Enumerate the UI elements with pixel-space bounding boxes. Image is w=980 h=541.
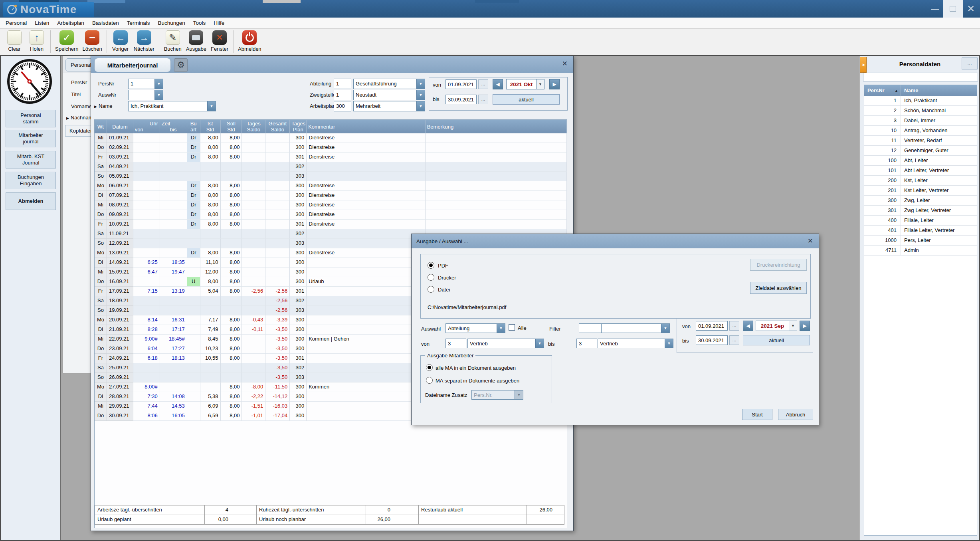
toolbar-fenster-button[interactable]: Fenster bbox=[208, 30, 231, 52]
filter-value-field[interactable] bbox=[602, 324, 661, 333]
personnel-row[interactable]: 12Genehmiger, Guter bbox=[864, 146, 977, 156]
chevron-down-icon[interactable]: ▼ bbox=[154, 79, 163, 89]
dialog-close-icon[interactable]: ✕ bbox=[808, 238, 813, 244]
menu-item-tools[interactable]: Tools bbox=[189, 20, 210, 26]
filter-select[interactable]: ▼ bbox=[579, 323, 670, 333]
von-browse-button[interactable]: ... bbox=[478, 79, 488, 89]
von-nr-field[interactable]: 3 bbox=[445, 339, 466, 348]
journal-row[interactable]: Mi01.09.21Dr8,008,00300Dienstreise bbox=[95, 133, 567, 143]
sidebar-item-abmelden[interactable]: Abmelden bbox=[6, 192, 56, 210]
journal-row[interactable]: Di07.09.21Dr8,008,00300Dienstreise bbox=[95, 191, 567, 200]
maximize-button[interactable] bbox=[943, 0, 963, 18]
radio-drucker[interactable] bbox=[428, 274, 434, 281]
chevron-down-icon[interactable]: ▼ bbox=[154, 90, 163, 100]
aktuell-button[interactable]: aktuell bbox=[743, 335, 810, 345]
arbeitsplan-nr-field[interactable]: 300 bbox=[334, 101, 351, 111]
personnel-row[interactable]: 100Abt, Leiter bbox=[864, 156, 977, 166]
personnel-row[interactable]: 4711Admin bbox=[864, 246, 977, 256]
personnel-row[interactable]: 300Zwg, Leiter bbox=[864, 196, 977, 206]
chevron-down-icon[interactable]: ▼ bbox=[535, 339, 544, 348]
personnel-search-input[interactable] bbox=[863, 73, 978, 81]
aktuell-button[interactable]: aktuell bbox=[493, 94, 560, 105]
next-month-icon[interactable]: ▶ bbox=[549, 79, 560, 89]
radio-ma-separat[interactable] bbox=[426, 377, 433, 384]
prev-month-icon[interactable]: ◀ bbox=[493, 79, 503, 89]
zweigstelle-select[interactable]: Neustadt▼ bbox=[353, 90, 425, 100]
radio-pdf[interactable] bbox=[428, 262, 434, 269]
journal-row[interactable]: Fr03.09.21Dr8,008,00301Dienstreise bbox=[95, 153, 567, 162]
auswnr-select[interactable]: ▼ bbox=[128, 90, 163, 100]
sidebar-item-buchungen-eingaben[interactable]: Buchungen Eingaben bbox=[6, 172, 56, 189]
month-select[interactable]: 2021 Sep▼ bbox=[756, 321, 797, 331]
radio-datei[interactable] bbox=[428, 286, 434, 293]
close-icon[interactable]: ✕ bbox=[964, 3, 977, 15]
toolbar-nächster-button[interactable]: Nächster bbox=[132, 30, 156, 52]
personnel-row[interactable]: 3Dabei, Immer bbox=[864, 116, 977, 126]
sidebar-item-personal-stamm[interactable]: Personal stamm bbox=[6, 110, 56, 127]
toolbar-voriger-button[interactable]: Voriger bbox=[109, 30, 132, 52]
personnel-row[interactable]: 201Kst Leiter, Vertreter bbox=[864, 186, 977, 196]
tab-mitarbeiterjournal[interactable]: Mitarbeiterjournal bbox=[94, 58, 171, 72]
month-select[interactable]: 2021 Okt▼ bbox=[506, 79, 544, 89]
menu-item-arbeitsplan[interactable]: Arbeitsplan bbox=[53, 20, 88, 26]
bis-nr-field[interactable]: 3 bbox=[576, 339, 597, 348]
column-header-persnr[interactable]: PersNr▲ bbox=[864, 85, 901, 96]
panel-more-button[interactable]: ... bbox=[962, 57, 978, 69]
menu-item-hilfe[interactable]: Hilfe bbox=[210, 20, 228, 26]
menu-item-personal[interactable]: Personal bbox=[2, 20, 31, 26]
von-browse-button[interactable]: ... bbox=[729, 321, 739, 331]
chevron-down-icon[interactable]: ▼ bbox=[789, 321, 797, 331]
zieldatei-auswaehlen-button[interactable]: Zieldatei auswählen bbox=[750, 282, 807, 294]
column-header-name[interactable]: Name bbox=[901, 85, 977, 96]
chevron-down-icon[interactable]: ▼ bbox=[536, 79, 544, 89]
chevron-down-icon[interactable]: ▼ bbox=[661, 324, 669, 333]
toolbar-speichern-button[interactable]: Speichern bbox=[53, 30, 81, 52]
toolbar-abmelden-button[interactable]: Abmelden bbox=[236, 30, 263, 52]
menu-item-buchungen[interactable]: Buchungen bbox=[154, 20, 189, 26]
chevron-down-icon[interactable]: ▼ bbox=[416, 90, 425, 100]
chevron-down-icon[interactable]: ▼ bbox=[416, 101, 425, 111]
toolbar-ausgabe-button[interactable]: Ausgabe bbox=[184, 30, 208, 52]
abteilung-select[interactable]: Geschäftsführung▼ bbox=[353, 79, 425, 89]
personnel-row[interactable]: 2Schön, Manchmal bbox=[864, 106, 977, 116]
personnel-row[interactable]: 1Ich, Praktikant bbox=[864, 96, 977, 106]
gear-icon[interactable]: ⚙ bbox=[174, 58, 188, 72]
toolbar-buchen-button[interactable]: Buchen bbox=[162, 30, 184, 52]
journal-row[interactable]: Mi08.09.21Dr8,008,00300Dienstreise bbox=[95, 200, 567, 210]
prev-month-icon[interactable]: ◀ bbox=[743, 321, 753, 331]
personnel-row[interactable]: 301Zwg Leiter, Vertreter bbox=[864, 206, 977, 216]
bis-browse-button[interactable]: ... bbox=[729, 335, 739, 345]
sidebar-item-mitarbeiter-journal[interactable]: Mitarbeiter journal bbox=[6, 130, 56, 147]
alle-checkbox[interactable] bbox=[509, 324, 515, 331]
filter-code-field[interactable] bbox=[579, 324, 602, 333]
personnel-row[interactable]: 11Vertreter, Bedarf bbox=[864, 136, 977, 146]
chevron-down-icon[interactable]: ▼ bbox=[207, 101, 216, 111]
name-select[interactable]: Ich, Praktikant▼ bbox=[128, 101, 216, 111]
bis-select[interactable]: Vertrieb▼ bbox=[598, 339, 673, 348]
zweigstelle-nr-field[interactable]: 1 bbox=[334, 90, 351, 100]
chevron-down-icon[interactable]: ▼ bbox=[497, 324, 505, 333]
toolbar-holen-button[interactable]: Holen bbox=[26, 30, 48, 52]
von-date-field[interactable]: 01.09.2021 bbox=[445, 79, 477, 89]
chevron-down-icon[interactable]: ▼ bbox=[665, 339, 673, 348]
abbruch-button[interactable]: Abbruch bbox=[778, 409, 813, 420]
personnel-row[interactable]: 200Kst, Leiter bbox=[864, 176, 977, 186]
journal-row[interactable]: Do02.09.21Dr8,008,00300Dienstreise bbox=[95, 143, 567, 153]
von-select[interactable]: Vertrieb▼ bbox=[467, 339, 544, 348]
personnel-row[interactable]: 101Abt Leiter, Vertreter bbox=[864, 166, 977, 176]
personnel-row[interactable]: 1000Pers, Leiter bbox=[864, 236, 977, 246]
next-month-icon[interactable]: ▶ bbox=[800, 321, 810, 331]
menu-item-terminals[interactable]: Terminals bbox=[123, 20, 154, 26]
personnel-row[interactable]: 10Antrag, Vorhanden bbox=[864, 126, 977, 136]
menu-item-basisdaten[interactable]: Basisdaten bbox=[88, 20, 123, 26]
persnr-select[interactable]: 1▼ bbox=[128, 79, 163, 89]
personnel-row[interactable]: 400Filiale, Leiter bbox=[864, 216, 977, 226]
toolbar-clear-button[interactable]: Clear bbox=[3, 30, 26, 52]
arbeitsplan-select[interactable]: Mehrarbeit▼ bbox=[353, 101, 425, 111]
sidebar-item-mitarb-kst-journal[interactable]: Mitarb. KST Journal bbox=[6, 151, 56, 168]
abteilung-nr-field[interactable]: 1 bbox=[334, 79, 351, 89]
bis-date-field[interactable]: 30.09.2021 bbox=[445, 95, 477, 104]
auswahl-select[interactable]: Abteilung▼ bbox=[445, 323, 505, 333]
von-date-field[interactable]: 01.09.2021 bbox=[696, 321, 728, 331]
radio-alle-ma[interactable] bbox=[426, 364, 433, 371]
